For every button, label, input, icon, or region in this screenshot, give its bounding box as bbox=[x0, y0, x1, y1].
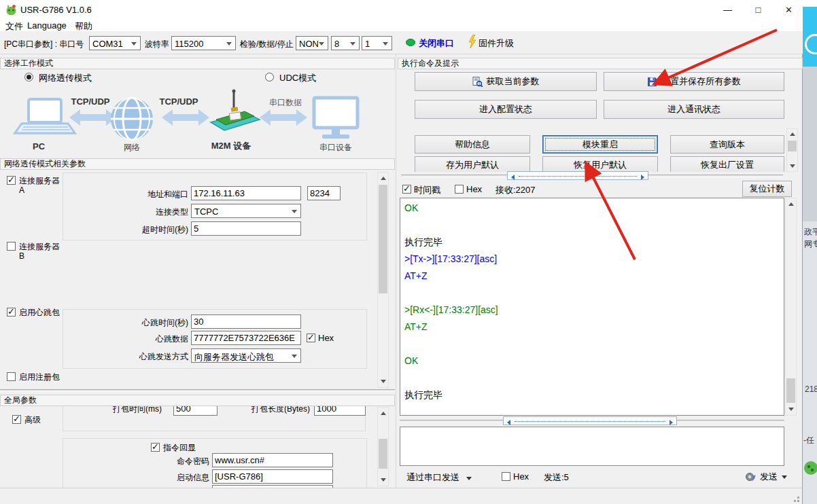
enter-comm-button[interactable]: 进入通讯状态 bbox=[604, 100, 784, 119]
databits-select[interactable]: 8 bbox=[331, 36, 360, 50]
scrollbar-thumb[interactable] bbox=[379, 439, 387, 469]
chevron-down-icon bbox=[319, 42, 324, 46]
log-hex-label: Hex bbox=[466, 184, 482, 194]
minimize-button[interactable]: — bbox=[712, 0, 743, 19]
background-text-fragment: 218 bbox=[805, 384, 817, 394]
slider-left-icon[interactable] bbox=[511, 175, 515, 180]
server-b-label2: B bbox=[19, 251, 24, 261]
baud-select[interactable]: 115200 bbox=[171, 36, 236, 50]
background-text-fragment: 网专 bbox=[804, 238, 817, 250]
arrow-icon bbox=[69, 109, 117, 126]
close-button[interactable]: ✕ bbox=[773, 0, 804, 19]
close-serial-button[interactable]: 关闭串口 bbox=[419, 37, 454, 50]
hb-data-input[interactable] bbox=[191, 331, 301, 345]
pack-time-label: 打包时间(ms) bbox=[76, 406, 162, 415]
factory-reset-button[interactable]: 恢复出厂设置 bbox=[670, 156, 784, 172]
scrollbar-thumb[interactable] bbox=[786, 378, 795, 403]
query-version-button[interactable]: 查询版本 bbox=[670, 135, 784, 154]
net-params-scrollbar[interactable] bbox=[377, 172, 389, 388]
pack-len-label: 打包长度(Bytes) bbox=[245, 406, 310, 415]
boot-msg-input[interactable] bbox=[212, 469, 333, 484]
commands-hscroll-slider[interactable] bbox=[507, 171, 648, 180]
server-a-label: 连接服务器 bbox=[19, 175, 60, 187]
firmware-upgrade-button[interactable]: 固件升级 bbox=[479, 37, 514, 50]
scroll-down-icon[interactable] bbox=[381, 380, 386, 383]
log-scrollbar[interactable] bbox=[785, 198, 797, 416]
serial-toolbar: [PC串口参数] : 串口号 COM31 波特率 115200 检验/数据/停止… bbox=[0, 31, 803, 54]
log-output-area[interactable]: OK 执行完毕 >[Tx->][17:33:27][asc] AT+Z >[Rx… bbox=[400, 198, 784, 416]
com-port-select[interactable]: COM31 bbox=[89, 36, 141, 50]
pack-time-input[interactable] bbox=[173, 406, 218, 416]
net-mode-radio[interactable] bbox=[24, 73, 33, 82]
send-hex-checkbox[interactable]: ✓ bbox=[502, 472, 510, 481]
commands-scrollbar[interactable] bbox=[786, 128, 798, 172]
pc-label: PC bbox=[33, 141, 46, 151]
hb-data-label: 心跳数据 bbox=[107, 334, 188, 345]
udc-mode-radio[interactable] bbox=[265, 73, 274, 82]
save-icon bbox=[647, 77, 657, 87]
reset-count-button[interactable]: 复位计数 bbox=[742, 181, 792, 197]
log-hscroll-slider[interactable] bbox=[503, 416, 677, 425]
server-a-port-input[interactable] bbox=[307, 186, 341, 200]
heartbeat-label: 启用心跳包 bbox=[19, 307, 60, 319]
send-via-serial-dropdown[interactable]: 通过串口发送 bbox=[406, 471, 472, 484]
arrow-icon bbox=[260, 109, 307, 126]
save-user-default-button[interactable]: 存为用户默认 bbox=[415, 156, 530, 172]
scrollbar-thumb[interactable] bbox=[379, 185, 387, 293]
server-b-checkbox[interactable]: ✓ bbox=[7, 242, 16, 251]
heartbeat-checkbox[interactable]: ✓ bbox=[7, 308, 16, 317]
get-params-button[interactable]: 获取当前参数 bbox=[415, 72, 597, 91]
timestamp-checkbox[interactable]: ✓ bbox=[402, 185, 411, 194]
hb-hex-label: Hex bbox=[318, 333, 334, 343]
scroll-down-icon[interactable] bbox=[790, 164, 795, 168]
status-bar bbox=[0, 488, 802, 504]
stopbits-select[interactable]: 1 bbox=[362, 36, 392, 50]
set-save-params-button[interactable]: 设置并保存所有参数 bbox=[604, 72, 784, 91]
server-a-checkbox[interactable]: ✓ bbox=[7, 176, 16, 185]
scroll-down-icon[interactable] bbox=[788, 408, 794, 411]
advanced-checkbox[interactable]: ✓ bbox=[12, 415, 21, 424]
help-button[interactable]: 帮助信息 bbox=[415, 135, 530, 154]
app-icon bbox=[5, 4, 17, 16]
send-input-area[interactable] bbox=[400, 427, 784, 466]
title-bar: USR-G786 V1.0.6 — □ ✕ bbox=[0, 0, 803, 19]
parity-select[interactable]: NONI bbox=[296, 36, 328, 50]
server-a-address-input[interactable] bbox=[191, 186, 301, 200]
global-params-header: 全局参数 bbox=[0, 395, 395, 406]
cmd-pwd-input[interactable] bbox=[212, 453, 333, 467]
cmd-pwd-label: 命令密码 bbox=[141, 456, 209, 467]
scroll-up-icon[interactable] bbox=[790, 132, 795, 136]
log-hex-checkbox[interactable]: ✓ bbox=[455, 185, 464, 194]
scrollbar-thumb[interactable] bbox=[788, 141, 797, 151]
scroll-up-icon[interactable] bbox=[381, 412, 386, 415]
hb-hex-checkbox[interactable]: ✓ bbox=[307, 334, 315, 342]
work-mode-header: 选择工作模式 bbox=[0, 58, 395, 69]
pc-icon bbox=[29, 99, 61, 122]
maximize-button[interactable]: □ bbox=[743, 0, 773, 19]
timeout-input[interactable] bbox=[191, 221, 301, 236]
global-params-scrollbar[interactable] bbox=[377, 407, 389, 486]
conn-type-label: 连接类型 bbox=[107, 206, 188, 218]
scroll-up-icon[interactable] bbox=[381, 177, 386, 180]
menu-language[interactable]: Language bbox=[24, 20, 69, 31]
echo-label: 指令回显 bbox=[163, 442, 196, 454]
scroll-down-icon[interactable] bbox=[381, 478, 386, 482]
hb-time-input[interactable] bbox=[191, 314, 301, 329]
slider-right-icon[interactable] bbox=[641, 175, 644, 180]
hb-mode-label: 心跳发送方式 bbox=[107, 351, 188, 363]
restore-user-default-button[interactable]: 恢复用户默认 bbox=[542, 156, 658, 172]
scroll-up-icon[interactable] bbox=[788, 202, 794, 206]
conn-type-select[interactable]: TCPC bbox=[191, 204, 301, 218]
echo-checkbox[interactable]: ✓ bbox=[151, 443, 160, 452]
register-checkbox[interactable]: ✓ bbox=[7, 372, 16, 381]
enter-config-button[interactable]: 进入配置状态 bbox=[415, 100, 597, 119]
net-params-header: 网络透传模式相关参数 bbox=[0, 158, 395, 170]
module-restart-button[interactable]: 模块重启 bbox=[542, 135, 658, 154]
send-button[interactable]: 发送 bbox=[745, 469, 794, 485]
panel-splitter[interactable] bbox=[0, 389, 395, 392]
pack-len-input[interactable] bbox=[314, 406, 366, 416]
hb-mode-select[interactable]: 向服务器发送心跳包 bbox=[191, 348, 301, 363]
slider-right-icon[interactable] bbox=[670, 420, 673, 425]
slider-left-icon[interactable] bbox=[507, 420, 510, 425]
background-window-cyan bbox=[803, 7, 817, 67]
